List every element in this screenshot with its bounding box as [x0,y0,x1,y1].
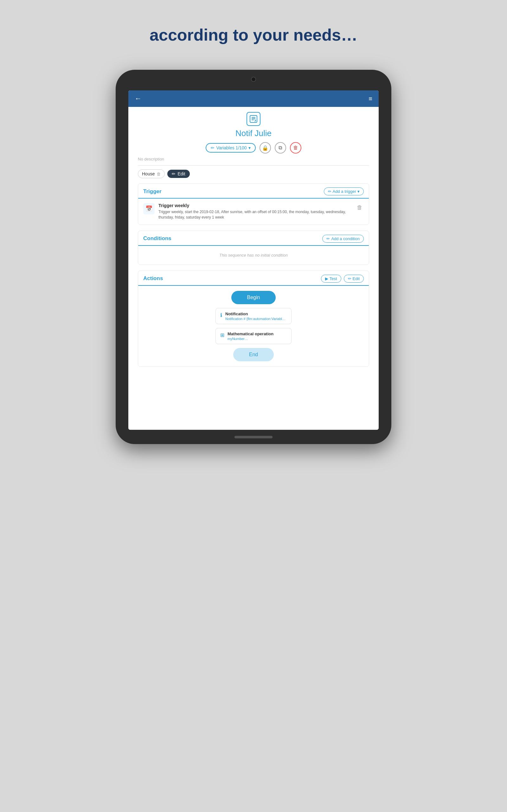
add-trigger-button[interactable]: ✏ Add a trigger ▾ [324,188,364,195]
menu-icon[interactable]: ≡ [369,95,372,102]
conditions-empty-text: This sequence has no initial condition [143,250,364,260]
tabs-row: House 🗑 ✏ Edit [138,169,369,178]
info-icon: ℹ [220,312,222,318]
variables-label: Variables 1/100 [216,145,246,150]
trigger-calendar-icon: 📅 [143,203,155,214]
play-icon: ▶ [325,276,328,281]
app-content: Notif Julie ✏ Variables 1/100 ▾ 🔒 ⧉ 🗑 [128,107,379,430]
house-trash-icon: 🗑 [157,171,161,176]
dropdown-arrow-icon: ▾ [248,145,250,150]
tab-edit[interactable]: ✏ Edit [167,170,189,178]
test-label: Test [330,276,337,281]
actions-edit-pencil-icon: ✏ [348,276,351,281]
lock-icon: 🔒 [262,145,268,151]
add-trigger-label: Add a trigger [333,189,356,194]
conditions-section-header: Conditions ✏ Add a condition [138,231,369,246]
math-card-title: Mathematical operation [228,332,287,336]
tab-house[interactable]: House 🗑 [138,169,165,178]
house-label: House [142,171,155,176]
copy-icon: ⧉ [279,145,282,151]
actions-section-header: Actions ▶ Test ✏ Edit [138,271,369,286]
trash-icon: 🗑 [293,145,298,151]
trigger-section: Trigger ✏ Add a trigger ▾ 📅 Trigger week… [138,183,369,225]
conditions-section: Conditions ✏ Add a condition This sequen… [138,231,369,265]
add-condition-pencil-icon: ✏ [326,236,330,241]
actions-section-body: Begin ℹ Notification Notification # {flm… [138,286,369,366]
test-button[interactable]: ▶ Test [321,275,341,283]
add-trigger-arrow-icon: ▾ [357,189,360,194]
tablet-screen: ← ≡ Notif Julie [128,90,379,430]
actions-edit-button[interactable]: ✏ Edit [344,275,364,283]
conditions-section-title: Conditions [143,235,171,242]
trigger-section-body: 📅 Trigger weekly Trigger weekly, start t… [138,199,369,224]
controls-row: ✏ Variables 1/100 ▾ 🔒 ⧉ 🗑 [138,142,369,154]
trigger-desc: Trigger weekly, start the 2019-02-18, Af… [158,209,352,220]
add-condition-label: Add a condition [331,236,360,241]
trigger-name: Trigger weekly [158,203,352,208]
begin-button[interactable]: Begin [231,291,276,304]
math-card-content: Mathematical operation myNumber… [228,332,287,341]
variables-button[interactable]: ✏ Variables 1/100 ▾ [206,143,256,153]
tablet-frame: ← ≡ Notif Julie [116,70,391,444]
script-icon-row [138,112,369,126]
delete-button[interactable]: 🗑 [290,142,301,154]
actions-section-title: Actions [143,275,163,282]
actions-section: Actions ▶ Test ✏ Edit Begin [138,270,369,367]
tablet-camera [251,77,256,82]
actions-edit-label: Edit [353,276,360,281]
pencil-icon: ✏ [211,145,215,150]
app-header: ← ≡ [128,90,379,107]
script-icon [246,112,261,126]
add-condition-button[interactable]: ✏ Add a condition [322,235,364,243]
end-button[interactable]: End [233,348,274,361]
copy-button[interactable]: ⧉ [275,142,286,154]
begin-label: Begin [247,295,260,300]
tablet-home-bar [234,436,273,438]
no-description-label: No description [138,157,369,161]
trigger-delete-icon[interactable]: 🗑 [355,203,364,212]
trigger-section-title: Trigger [143,189,162,195]
back-icon[interactable]: ← [135,95,142,103]
add-trigger-pencil-icon: ✏ [328,189,331,194]
math-card-sub: myNumber… [228,337,287,341]
notification-card-sub: Notification # {flm:automation:Variabl… [225,317,287,321]
trigger-item: 📅 Trigger weekly Trigger weekly, start t… [143,203,364,220]
page-main-title: according to your needs… [150,26,357,44]
notification-card-content: Notification Notification # {flm:automat… [225,311,287,321]
trigger-content: Trigger weekly Trigger weekly, start the… [158,203,352,220]
math-action-card[interactable]: ⊞ Mathematical operation myNumber… [216,328,291,344]
lock-button[interactable]: 🔒 [260,142,271,154]
end-label: End [249,352,258,357]
script-name: Notif Julie [138,129,369,138]
notification-action-card[interactable]: ℹ Notification Notification # {flm:autom… [216,308,291,324]
calculator-icon: ⊞ [220,332,224,338]
notification-card-title: Notification [225,311,287,316]
actions-buttons-group: ▶ Test ✏ Edit [321,275,364,283]
conditions-section-body: This sequence has no initial condition [138,246,369,264]
edit-label: Edit [177,171,185,176]
edit-pencil-icon: ✏ [172,171,176,176]
trigger-section-header: Trigger ✏ Add a trigger ▾ [138,184,369,199]
